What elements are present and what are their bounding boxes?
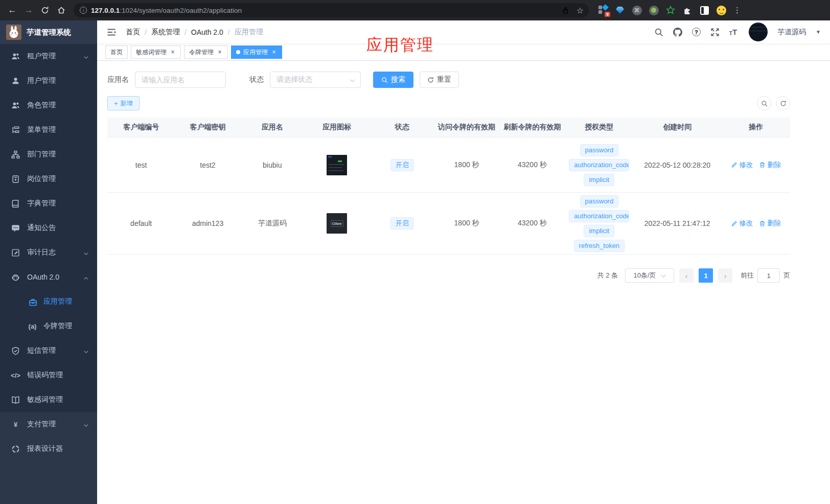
url-host: 127.0.0.1 (91, 7, 120, 14)
tab-token[interactable]: 令牌管理× (184, 45, 228, 59)
chevron-up-icon (83, 274, 89, 280)
created-time-cell: 2022-05-11 21:47:12 (633, 214, 722, 233)
sidebar-item-pay[interactable]: ¥支付管理 (0, 412, 97, 437)
url-bar[interactable]: i 127.0.0.1:1024/system/oauth2/oauth2/ap… (74, 3, 589, 17)
star-extension-icon[interactable] (665, 5, 676, 15)
status-label: 状态 (249, 75, 264, 84)
github-icon[interactable] (673, 28, 682, 37)
screen: ← → i 127.0.0.1:1024/system/oauth2/oauth… (0, 0, 830, 504)
sidebar-item-tenant[interactable]: 租户管理 (0, 44, 97, 68)
app-name-input[interactable] (135, 72, 226, 88)
breadcrumb-home[interactable]: 首页 (126, 28, 140, 37)
sidebar-item-oauth2-application[interactable]: 应用管理 (0, 289, 97, 314)
tab-application[interactable]: 应用管理× (231, 45, 282, 59)
tab-home[interactable]: 首页 (105, 45, 128, 59)
reload-icon[interactable] (38, 3, 52, 17)
extensions-area: 9 ⌘ (598, 5, 726, 15)
grant-type-tag: implicit (584, 174, 614, 186)
sidebar-item-post[interactable]: 岗位管理 (0, 167, 97, 191)
browser-toolbar: ← → i 127.0.0.1:1024/system/oauth2/oauth… (0, 0, 830, 20)
user-avatar[interactable] (749, 22, 768, 41)
caret-down-icon[interactable]: ▼ (816, 29, 821, 35)
command-extension-icon[interactable]: ⌘ (632, 5, 642, 15)
share-icon[interactable] (562, 7, 569, 14)
gem-extension-icon[interactable] (615, 5, 625, 15)
close-icon[interactable]: × (271, 49, 277, 56)
breadcrumb-system[interactable]: 系统管理 (151, 28, 180, 37)
status-select[interactable]: 请选择状态 (270, 72, 361, 88)
page-unit-label: 页 (783, 271, 790, 280)
forward-icon[interactable]: → (21, 3, 36, 17)
filter-form: 应用名 状态 请选择状态 搜索 重置 (107, 72, 790, 88)
goto-page-input[interactable] (757, 268, 780, 283)
sidebar-item-report-designer[interactable]: 报表设计器 (0, 437, 97, 461)
grant-type-tag: authorization_code (569, 210, 629, 222)
grant-type-tag: implicit (584, 225, 614, 237)
tab-manager-extension-icon[interactable]: 9 (598, 5, 608, 15)
sidebar-item-sms[interactable]: 短信管理 (0, 338, 97, 363)
url-text: 127.0.0.1:1024/system/oauth2/oauth2/appl… (91, 7, 558, 14)
fullscreen-icon[interactable] (710, 28, 720, 37)
sidebar-item-oauth2[interactable]: OAuth 2.0 (0, 265, 97, 289)
next-page-button[interactable]: › (718, 268, 732, 283)
sidebar-item-role[interactable]: 角色管理 (0, 93, 97, 118)
chevron-down-icon (660, 273, 666, 279)
bookmark-star-icon[interactable]: ☆ (577, 6, 584, 15)
help-icon[interactable]: ? (692, 28, 701, 36)
side-panel-icon[interactable] (699, 5, 709, 15)
refresh-button[interactable] (776, 96, 790, 110)
edit-button[interactable]: 修改 (731, 161, 753, 170)
show-search-button[interactable] (757, 96, 771, 110)
pagination: 共 2 条 10条/页 ‹ 1 › 前往 页 (107, 268, 790, 283)
close-icon[interactable]: × (170, 49, 176, 56)
grant-types-cell: password authorization_code implicit (566, 139, 633, 191)
sidebar-item-oauth2-token[interactable]: (a)令牌管理 (0, 314, 97, 338)
badge-icon (11, 175, 20, 184)
puzzle-extensions-icon[interactable] (682, 5, 693, 15)
delete-button[interactable]: 删除 (759, 161, 781, 170)
sidebar-item-audit-log[interactable]: 审计日志 (0, 240, 97, 265)
sidebar-item-notice[interactable]: 通知公告 (0, 216, 97, 240)
reset-button[interactable]: 重置 (420, 72, 459, 88)
site-info-icon[interactable]: i (80, 7, 87, 14)
sidebar-item-error-code[interactable]: </>错误码管理 (0, 363, 97, 387)
search-button[interactable]: 搜索 (373, 72, 413, 88)
sidebar-item-dept[interactable]: 部门管理 (0, 142, 97, 167)
recorder-extension-icon[interactable] (649, 5, 659, 15)
search-icon[interactable] (654, 28, 663, 37)
current-page[interactable]: 1 (699, 268, 713, 283)
chevron-down-icon (83, 54, 89, 59)
logo[interactable]: 芋道管理系统 (0, 20, 97, 44)
browser-menu-icon[interactable]: ⋮ (733, 6, 741, 15)
back-icon[interactable]: ← (5, 3, 19, 17)
sidebar-item-menu[interactable]: 菜单管理 (0, 118, 97, 142)
status-badge: 开启 (390, 217, 414, 230)
add-button[interactable]: +新增 (107, 96, 140, 110)
edit-button[interactable]: 修改 (731, 219, 753, 228)
sidebar-item-sensitive-word[interactable]: 敏感词管理 (0, 387, 97, 412)
client-id-cell: default (107, 214, 175, 233)
table-header: 客户端编号 客户端密钥 应用名 应用图标 状态 访问令牌的有效期 刷新令牌的有效… (107, 118, 790, 138)
prev-page-button[interactable]: ‹ (679, 268, 694, 283)
breadcrumb-oauth2[interactable]: OAuth 2.0 (191, 28, 223, 36)
grant-type-tag: authorization_code (569, 159, 629, 171)
refresh-token-validity-cell: 43200 秒 (499, 214, 566, 233)
table-row: test test2 biubiu 开启 1800 秒 43200 秒 pass… (107, 138, 790, 193)
font-size-icon[interactable]: TT (729, 28, 737, 36)
sidebar-item-dict[interactable]: 字典管理 (0, 191, 97, 216)
url-path: :1024/system/oauth2/oauth2/application (120, 7, 242, 14)
sidebar-item-user[interactable]: 用户管理 (0, 68, 97, 93)
close-icon[interactable]: × (217, 49, 223, 56)
tab-sensitive-word[interactable]: 敏感词管理× (131, 45, 181, 59)
code-icon: </> (11, 371, 20, 380)
delete-button[interactable]: 删除 (759, 219, 781, 228)
profile-avatar[interactable] (716, 5, 726, 15)
page-size-select[interactable]: 10条/页 (625, 268, 674, 283)
tree-menu-icon (11, 126, 20, 134)
chevron-down-icon (83, 422, 89, 427)
home-icon[interactable] (54, 3, 68, 17)
username[interactable]: 芋道源码 (777, 28, 806, 37)
chevron-down-icon (83, 348, 89, 354)
app-name-label: 应用名 (107, 75, 129, 84)
collapse-sidebar-icon[interactable] (106, 27, 117, 37)
